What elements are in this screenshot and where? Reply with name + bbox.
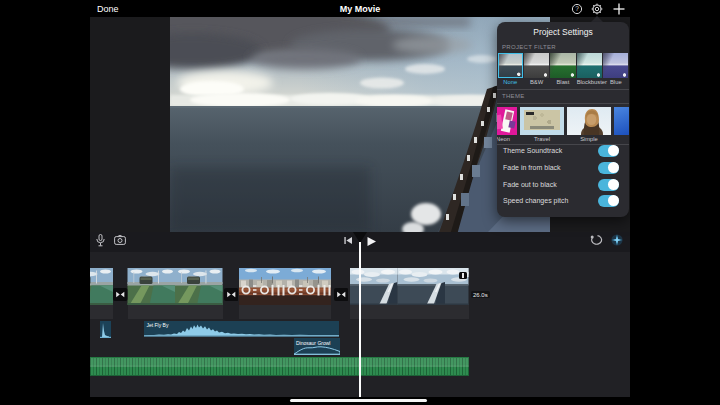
svg-text:Dinosaur Growl: Dinosaur Growl	[296, 339, 330, 345]
svg-text:Jet Fly By: Jet Fly By	[147, 322, 169, 328]
svg-text:?: ?	[575, 5, 579, 12]
